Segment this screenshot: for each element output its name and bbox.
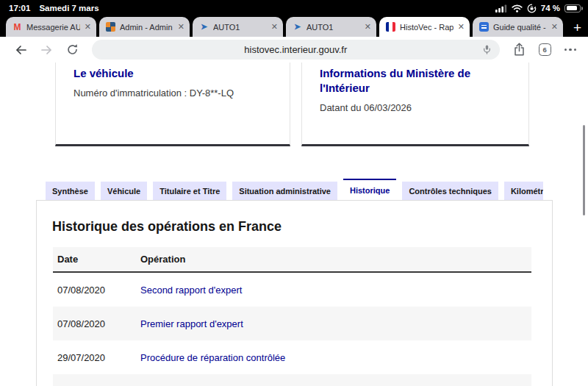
tab-title: Guide qualité - C xyxy=(493,23,547,32)
tab-title: Admin - Admin C xyxy=(120,23,173,32)
menu-button[interactable] xyxy=(564,49,577,51)
tab-close-icon[interactable]: ✕ xyxy=(365,23,371,31)
tab-situation-administrative[interactable]: Situation administrative xyxy=(232,182,337,200)
admin-favicon-icon xyxy=(106,22,115,32)
browser-toolbar: histovec.interieur.gouv.fr 6 xyxy=(0,37,588,62)
battery-icon xyxy=(564,4,581,12)
tab-synth-se[interactable]: Synthèse xyxy=(46,182,95,200)
browser-tabs: Messagerie AUTO ✕ Admin - Admin C ✕ AUTO… xyxy=(6,17,566,37)
table-row: 07/08/2020 Premier rapport d'expert xyxy=(53,307,531,340)
tab-panel-body: Historique des opérations en France Date… xyxy=(36,200,553,386)
browser-tab[interactable]: Messagerie AUTO ✕ xyxy=(6,17,96,37)
tab-title: HistoVec - Rappo xyxy=(400,23,453,32)
new-tab-button[interactable]: + xyxy=(573,21,581,35)
status-date: Samedi 7 mars xyxy=(39,4,98,12)
vehicle-card-title: Le véhicule xyxy=(74,66,272,81)
status-bar: 17:01 Samedi 7 mars 74 % xyxy=(0,0,588,16)
table-row: 29/07/2020 Procédure de réparation contr… xyxy=(53,340,531,374)
tab-switcher-button[interactable]: 6 xyxy=(539,43,551,56)
tab-contr-les-techniques[interactable]: Contrôles techniques xyxy=(402,182,498,200)
clock: 17:01 xyxy=(9,4,30,12)
tab-titulaire-et-titre[interactable]: Titulaire et Titre xyxy=(153,182,226,200)
wifi-icon xyxy=(512,4,523,12)
auto1-favicon-icon xyxy=(293,22,302,32)
back-button[interactable] xyxy=(15,44,27,56)
tab-close-icon[interactable]: ✕ xyxy=(551,23,558,31)
orientation-lock-icon xyxy=(527,4,537,13)
table-row: 07/08/2020 Second rapport d'expert xyxy=(53,273,531,307)
tab-kilom-trage[interactable]: Kilométrage xyxy=(504,182,543,200)
france-flag-favicon-icon xyxy=(386,22,395,32)
url-text: histovec.interieur.gouv.fr xyxy=(244,44,347,55)
table-header-row: Date Opération xyxy=(53,247,531,273)
tab-close-icon[interactable]: ✕ xyxy=(458,23,465,31)
tab-close-icon[interactable]: ✕ xyxy=(178,23,184,31)
header-date: Date xyxy=(53,254,140,265)
browser-tab[interactable]: HistoVec - Rappo ✕ xyxy=(379,17,470,37)
microphone-icon[interactable] xyxy=(481,44,492,57)
tab-v-hicule[interactable]: Véhicule xyxy=(101,182,147,200)
report-tabs-panel: SynthèseVéhiculeTitulaire et TitreSituat… xyxy=(36,178,553,386)
table-row: 09/04/2019 Changement de titulaire xyxy=(53,374,531,386)
auto1-favicon-icon xyxy=(199,22,209,32)
header-operation: Opération xyxy=(140,254,531,265)
gmail-favicon-icon xyxy=(12,22,22,32)
cellular-signal-icon xyxy=(495,4,507,12)
ministry-card-title: Informations du Ministère de l'Intérieur xyxy=(320,66,511,96)
tab-close-icon[interactable]: ✕ xyxy=(85,23,91,31)
browser-tab[interactable]: Guide qualité - C ✕ xyxy=(473,17,563,37)
ministry-card-subtitle: Datant du 06/03/2026 xyxy=(320,102,511,113)
reload-button[interactable] xyxy=(66,43,79,56)
tab-title: AUTO1 xyxy=(213,23,267,32)
battery-percent: 74 % xyxy=(541,4,560,12)
row-date: 07/08/2020 xyxy=(53,285,140,296)
section-title: Historique des opérations en France xyxy=(52,219,552,235)
status-icons: 74 % xyxy=(495,4,581,13)
tab-close-icon[interactable]: ✕ xyxy=(271,23,278,31)
tab-title: AUTO1 xyxy=(306,23,360,32)
row-date: 07/08/2020 xyxy=(53,318,140,329)
report-tabs: SynthèseVéhiculeTitulaire et TitreSituat… xyxy=(36,178,543,200)
row-date: 29/07/2020 xyxy=(53,352,140,363)
guide-favicon-icon xyxy=(479,22,489,32)
operation-link[interactable]: Procédure de réparation contrôlée xyxy=(140,352,285,363)
forward-button[interactable] xyxy=(40,44,53,56)
screen: 17:01 Samedi 7 mars 74 % xyxy=(0,0,588,386)
vehicle-card: Le véhicule Numéro d'immatriculation : D… xyxy=(55,62,290,146)
operation-link[interactable]: Second rapport d'expert xyxy=(140,285,242,296)
operations-table: Date Opération 07/08/2020 Second rapport… xyxy=(53,247,531,386)
operation-link[interactable]: Premier rapport d'expert xyxy=(140,318,243,329)
table-body: 07/08/2020 Second rapport d'expert 07/08… xyxy=(53,273,531,386)
address-bar[interactable]: histovec.interieur.gouv.fr xyxy=(92,40,500,60)
share-icon[interactable] xyxy=(513,43,526,57)
page-content: Le véhicule Numéro d'immatriculation : D… xyxy=(0,62,588,386)
page-scrollbar[interactable] xyxy=(583,125,585,215)
browser-tab[interactable]: Admin - Admin C ✕ xyxy=(99,17,190,37)
browser-tab[interactable]: AUTO1 ✕ xyxy=(193,17,283,37)
browser-tab-strip: Messagerie AUTO ✕ Admin - Admin C ✕ AUTO… xyxy=(0,16,588,37)
browser-tab[interactable]: AUTO1 ✕ xyxy=(286,17,376,37)
vehicle-card-subtitle: Numéro d'immatriculation : DY-8**-LQ xyxy=(74,87,272,99)
tab-historique[interactable]: Historique xyxy=(343,179,396,200)
tab-title: Messagerie AUTO xyxy=(26,23,80,32)
ministry-card: Informations du Ministère de l'Intérieur… xyxy=(301,62,529,146)
